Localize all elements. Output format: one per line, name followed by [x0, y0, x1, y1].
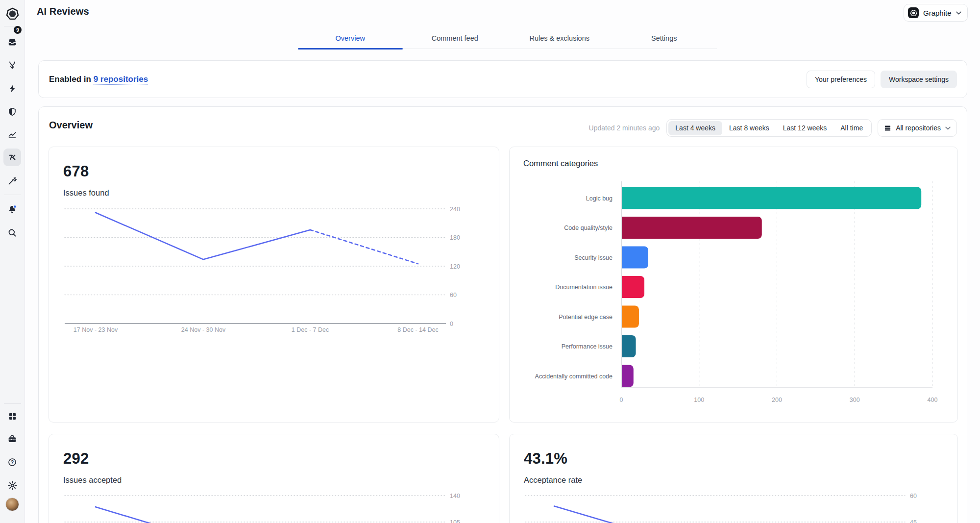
- enabled-text: Enabled in 9 repositories: [49, 75, 148, 84]
- sidebar-divider: [4, 195, 21, 195]
- svg-text:45: 45: [910, 519, 917, 523]
- svg-text:Logic bug: Logic bug: [586, 195, 612, 202]
- svg-text:Code quality/style: Code quality/style: [564, 224, 612, 231]
- tab-comment-feed[interactable]: Comment feed: [403, 27, 508, 49]
- issues-found-line-chart: 24018012060017 Nov - 23 Nov24 Nov - 30 N…: [49, 147, 499, 423]
- page-title: AI Reviews: [37, 6, 89, 17]
- assistant-wand-icon[interactable]: [3, 172, 21, 190]
- workspace-name: Graphite: [923, 9, 952, 17]
- workspace-settings-button[interactable]: Workspace settings: [881, 71, 957, 88]
- svg-text:Security issue: Security issue: [574, 254, 612, 261]
- sidebar-item-ai-reviews[interactable]: [3, 149, 21, 166]
- svg-text:200: 200: [772, 397, 782, 403]
- sidebar: 9: [0, 0, 25, 523]
- svg-text:400: 400: [928, 397, 938, 403]
- ai-reviews-page: 9: [0, 0, 980, 523]
- repository-filter-dropdown[interactable]: All repositories: [878, 119, 957, 137]
- workspace-briefcase-icon[interactable]: [3, 430, 21, 448]
- apps-grid-icon[interactable]: [3, 407, 21, 425]
- issues-accepted-card: 292 Issues accepted 140105: [49, 434, 499, 523]
- svg-text:8 Dec - 14 Dec: 8 Dec - 14 Dec: [397, 326, 438, 333]
- automations-icon[interactable]: [3, 80, 21, 98]
- svg-text:Performance issue: Performance issue: [562, 343, 612, 350]
- range-last-8-weeks[interactable]: Last 8 weeks: [722, 121, 776, 135]
- help-icon[interactable]: ?: [3, 453, 21, 471]
- overview-controls: Updated 2 minutes ago Last 4 weeks Last …: [589, 119, 957, 137]
- enabled-repositories-banner: Enabled in 9 repositories Your preferenc…: [38, 60, 967, 98]
- profile-avatar[interactable]: [5, 498, 19, 511]
- graphite-logo-icon[interactable]: [3, 5, 21, 23]
- svg-text:60: 60: [910, 493, 917, 499]
- overview-section: Overview Updated 2 minutes ago Last 4 we…: [38, 106, 967, 523]
- workspace-switcher-button[interactable]: Graphite: [904, 4, 968, 22]
- date-range-segmented-control: Last 4 weeks Last 8 weeks Last 12 weeks …: [666, 119, 872, 137]
- svg-text:140: 140: [450, 493, 460, 499]
- your-preferences-button[interactable]: Your preferences: [807, 71, 875, 88]
- svg-text:105: 105: [450, 519, 460, 523]
- svg-text:1 Dec - 7 Dec: 1 Dec - 7 Dec: [292, 326, 329, 333]
- tab-settings[interactable]: Settings: [612, 27, 717, 49]
- chevron-down-icon: [956, 11, 961, 15]
- svg-text:240: 240: [450, 206, 460, 213]
- notifications-bell-icon[interactable]: [3, 200, 21, 218]
- chevron-down-icon: [945, 126, 951, 130]
- svg-text:Potential edge case: Potential edge case: [559, 314, 612, 321]
- sidebar-divider: [4, 403, 21, 404]
- svg-text:120: 120: [450, 263, 460, 270]
- tab-bar: Overview Comment feed Rules & exclusions…: [298, 27, 717, 49]
- range-all-time[interactable]: All time: [833, 121, 870, 135]
- svg-text:300: 300: [850, 397, 860, 403]
- issues-found-card: 678 Issues found 24018012060017 Nov - 23…: [49, 147, 499, 423]
- insights-chart-icon[interactable]: [3, 126, 21, 144]
- acceptance-rate-line-chart: 6045: [510, 434, 958, 523]
- repository-filter-value: All repositories: [896, 124, 941, 132]
- merge-queue-icon[interactable]: [3, 56, 21, 74]
- updated-timestamp: Updated 2 minutes ago: [589, 124, 660, 132]
- svg-text:17 Nov - 23 Nov: 17 Nov - 23 Nov: [74, 326, 118, 333]
- graphite-mark-icon: [908, 7, 919, 18]
- range-last-12-weeks[interactable]: Last 12 weeks: [776, 121, 834, 135]
- repositories-link[interactable]: 9 repositories: [94, 75, 148, 85]
- repo-stack-icon: [884, 125, 891, 132]
- inbox-icon[interactable]: [3, 33, 21, 51]
- svg-text:Accidentally committed code: Accidentally committed code: [535, 373, 612, 380]
- settings-gear-icon[interactable]: [3, 476, 21, 494]
- svg-text:180: 180: [450, 234, 460, 241]
- search-icon[interactable]: [3, 224, 21, 242]
- svg-text:60: 60: [450, 292, 457, 299]
- inbox-badge: 9: [14, 26, 22, 34]
- security-shield-icon[interactable]: [3, 103, 21, 121]
- svg-text:0: 0: [450, 321, 453, 327]
- tab-overview[interactable]: Overview: [298, 27, 403, 49]
- comment-categories-bar-chart: 0100200300400Logic bugCode quality/style…: [510, 147, 958, 423]
- issues-accepted-line-chart: 140105: [49, 434, 499, 523]
- svg-text:100: 100: [694, 397, 704, 403]
- range-last-4-weeks[interactable]: Last 4 weeks: [668, 121, 722, 135]
- overview-title: Overview: [49, 120, 93, 131]
- svg-text:24 Nov - 30 Nov: 24 Nov - 30 Nov: [181, 326, 226, 333]
- acceptance-rate-card: 43.1% Acceptance rate 6045: [509, 434, 958, 523]
- svg-text:?: ?: [11, 459, 14, 465]
- svg-text:0: 0: [620, 397, 623, 403]
- comment-categories-card: Comment categories 0100200300400Logic bu…: [509, 147, 958, 423]
- tab-rules-exclusions[interactable]: Rules & exclusions: [507, 27, 612, 49]
- svg-text:Documentation issue: Documentation issue: [555, 284, 612, 291]
